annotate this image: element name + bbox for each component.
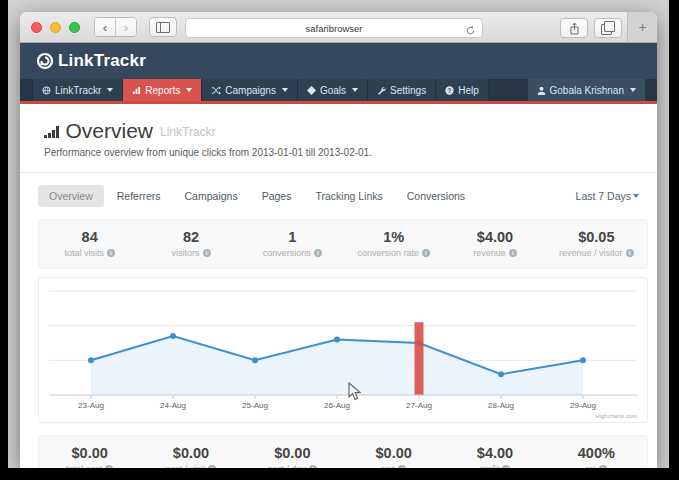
x-axis-label: 23-Aug	[78, 401, 104, 410]
info-icon[interactable]: i	[208, 465, 216, 468]
nav-item-help[interactable]: ? Help	[436, 79, 489, 101]
nav-item-linktrackr[interactable]: LinkTrackr	[32, 79, 123, 101]
data-point-24-Aug[interactable]	[170, 333, 176, 339]
nav-item-campaigns[interactable]: Campaigns	[202, 79, 298, 101]
stat-value: $0.00	[140, 445, 241, 461]
visits-area-chart[interactable]: 23-Aug24-Aug25-Aug26-Aug27-Aug28-Aug29-A…	[39, 278, 647, 422]
stat-cpa: $0.00 cpai	[343, 445, 444, 468]
sidebar-toggle-button[interactable]	[149, 17, 177, 37]
visits-chart-panel: 23-Aug24-Aug25-Aug26-Aug27-Aug28-Aug29-A…	[38, 277, 648, 423]
date-range-dropdown[interactable]: Last 7 Days	[576, 190, 639, 202]
stat-value: 400%	[546, 445, 647, 461]
info-icon[interactable]: i	[599, 465, 607, 468]
x-axis-label: 26-Aug	[324, 401, 350, 410]
stat-roi: 400% roii	[546, 445, 647, 468]
info-icon[interactable]: i	[502, 465, 510, 468]
user-menu[interactable]: Gobala Krishnan	[528, 79, 646, 101]
reload-icon[interactable]	[465, 22, 476, 40]
info-icon[interactable]: i	[309, 465, 317, 468]
window-controls	[31, 22, 80, 33]
address-text: safaribrowser	[305, 23, 362, 34]
nav-item-goals[interactable]: Goals	[298, 79, 368, 101]
stat-label: revenue	[473, 248, 506, 258]
target-icon	[307, 86, 316, 95]
info-icon[interactable]: i	[203, 249, 211, 257]
back-button[interactable]: ‹	[95, 18, 115, 36]
user-name: Gobala Krishnan	[550, 85, 625, 96]
chevron-down-icon	[633, 194, 639, 198]
nav-item-settings[interactable]: Settings	[368, 79, 436, 101]
stat-revenue-per-visitor: $0.05 revenue / visitori	[546, 229, 647, 258]
overview-bars-icon	[44, 126, 59, 141]
date-range-label: Last 7 Days	[576, 190, 631, 202]
plus-icon: +	[638, 19, 646, 35]
tab-pages[interactable]: Pages	[251, 185, 303, 207]
data-point-25-Aug[interactable]	[252, 357, 258, 363]
stat-label: cost / visit	[166, 464, 206, 468]
shuffle-icon	[211, 86, 221, 95]
new-tab-button[interactable]: +	[627, 12, 657, 42]
nav-label: Reports	[145, 85, 180, 96]
data-point-23-Aug[interactable]	[88, 357, 94, 363]
info-icon[interactable]: i	[105, 465, 113, 468]
chevron-down-icon	[107, 88, 113, 92]
conversion-column[interactable]	[415, 322, 424, 395]
stat-value: $4.00	[444, 445, 545, 461]
nav-label: Goals	[320, 85, 346, 96]
zoom-window-button[interactable]	[69, 22, 80, 33]
stat-total-cost: $0.00 total costi	[39, 445, 140, 468]
info-icon[interactable]: i	[509, 249, 517, 257]
stat-value: 1	[242, 229, 343, 245]
data-point-29-Aug[interactable]	[580, 357, 586, 363]
info-icon[interactable]: i	[314, 249, 322, 257]
stat-label: cost / day	[268, 464, 307, 468]
info-icon[interactable]: i	[107, 249, 115, 257]
tab-tracking-links[interactable]: Tracking Links	[304, 185, 393, 207]
stat-value: 84	[39, 229, 140, 245]
nav-label: Settings	[390, 85, 426, 96]
nav-item-reports[interactable]: Reports	[123, 79, 202, 101]
chevron-down-icon	[282, 88, 288, 92]
wrench-icon	[377, 86, 386, 95]
tab-conversions[interactable]: Conversions	[396, 185, 476, 207]
chevron-down-icon	[186, 88, 192, 92]
nav-label: Campaigns	[225, 85, 276, 96]
info-icon[interactable]: i	[626, 249, 634, 257]
globe-icon	[42, 86, 51, 95]
linktrackr-logo[interactable]: LinkTrackr	[36, 51, 146, 71]
stat-label: profit	[479, 464, 499, 468]
stat-label: revenue / visitor	[559, 248, 623, 258]
stat-cost-per-day: $0.00 cost / dayi	[242, 445, 343, 468]
stat-conversion-rate: 1% conversion ratei	[343, 229, 444, 258]
nav-label: Help	[458, 85, 479, 96]
safari-window: ‹ › safaribrowser +	[20, 12, 657, 468]
tab-referrers[interactable]: Referrers	[106, 185, 172, 207]
show-all-tabs-button[interactable]	[594, 18, 622, 38]
x-axis-label: 28-Aug	[488, 401, 514, 410]
stat-label: conversions	[263, 248, 311, 258]
forward-button[interactable]: ›	[115, 18, 136, 36]
stat-label: cpa	[381, 464, 396, 468]
page-title: Overview	[66, 120, 154, 141]
info-icon[interactable]: i	[422, 249, 430, 257]
data-point-26-Aug[interactable]	[334, 337, 340, 343]
tab-overview[interactable]: Overview	[38, 185, 104, 207]
stat-value: $0.00	[242, 445, 343, 461]
stat-revenue: $4.00 revenuei	[444, 229, 545, 258]
desktop-background: ‹ › safaribrowser +	[8, 0, 669, 468]
info-icon[interactable]: i	[398, 465, 406, 468]
svg-text:?: ?	[448, 86, 452, 93]
stat-visitors: 82 visitorsi	[140, 229, 241, 258]
close-window-button[interactable]	[31, 22, 42, 33]
minimize-window-button[interactable]	[50, 22, 61, 33]
chart-credit[interactable]: Highcharts.com	[595, 413, 637, 419]
data-point-28-Aug[interactable]	[498, 371, 504, 377]
stat-value: $4.00	[444, 229, 545, 245]
tab-campaigns[interactable]: Campaigns	[174, 185, 249, 207]
stat-profit: $4.00 profiti	[444, 445, 545, 468]
address-bar[interactable]: safaribrowser	[185, 18, 483, 38]
history-nav-group: ‹ ›	[94, 17, 137, 37]
stat-value: 82	[140, 229, 241, 245]
share-button[interactable]	[560, 18, 588, 38]
page-title-suffix: LinkTrackr	[160, 125, 216, 141]
